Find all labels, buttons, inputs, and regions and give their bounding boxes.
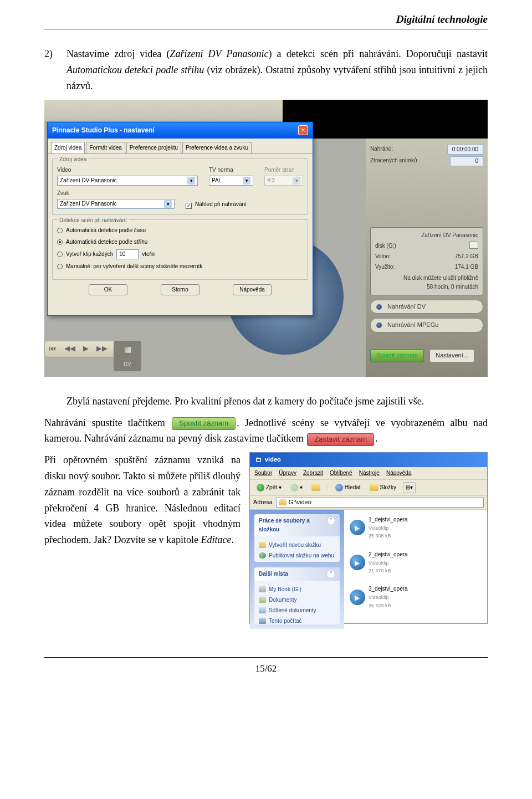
file-item[interactable]: 2_dejstvi_opera Videoklip 21 670 kB bbox=[350, 550, 411, 575]
item-text: Nastavíme zdroj videa (Zařízení DV Panas… bbox=[66, 46, 488, 94]
folder-icon[interactable] bbox=[469, 242, 478, 249]
start-record-button[interactable]: Spustit záznam bbox=[370, 349, 424, 362]
label: Využito: bbox=[375, 263, 395, 272]
preview-checkbox[interactable] bbox=[186, 203, 192, 209]
capture-side-panel: Nahráno:0:00:00.00 Ztracených snímků0 Za… bbox=[366, 139, 488, 377]
file-type: Videoklip bbox=[369, 559, 408, 567]
place-item[interactable]: My Book (G:) bbox=[259, 585, 335, 594]
legend: Zdroj videa bbox=[57, 155, 89, 164]
cancel-button[interactable]: Storno bbox=[161, 284, 200, 295]
back-button[interactable]: Zpět ▾ bbox=[254, 483, 284, 493]
tab-project-prefs[interactable]: Preference projektu bbox=[126, 142, 181, 153]
window-title: 🗀video bbox=[250, 453, 487, 467]
up-button[interactable] bbox=[309, 483, 323, 491]
folder-icon bbox=[259, 542, 266, 548]
dialog-title-text: Pinnacle Studio Plus - nastavení bbox=[52, 125, 155, 136]
menu-view[interactable]: Zobrazit bbox=[303, 469, 323, 478]
radio-manual[interactable] bbox=[57, 264, 63, 269]
task-item[interactable]: Publikovat složku na webu bbox=[259, 551, 335, 560]
tab-format[interactable]: Formát videa bbox=[86, 142, 125, 153]
ratio-label: Poměr stran bbox=[264, 166, 303, 175]
file-type: Videoklip bbox=[369, 593, 408, 601]
fieldset-source: Zdroj videa Video Zařízení DV Panasonic▾… bbox=[52, 158, 308, 215]
label: Vytvoř klip každých bbox=[66, 250, 113, 259]
label: Nahrávání DV bbox=[387, 302, 426, 312]
capture-mode-dv[interactable]: Nahrávání DV bbox=[370, 300, 483, 314]
task-panel-header[interactable]: Další místa˄ bbox=[254, 567, 340, 581]
shared-docs-icon bbox=[259, 607, 266, 613]
ratio-dropdown: 4:3▾ bbox=[264, 176, 303, 186]
file-item[interactable]: 1_dejstvi_opera Videoklip 25 306 kB bbox=[350, 515, 411, 540]
help-button[interactable]: Nápověda bbox=[233, 284, 272, 295]
back-icon bbox=[257, 484, 264, 491]
free-value: 757.2 GB bbox=[455, 252, 478, 261]
prev-icon[interactable]: ⏮ bbox=[49, 343, 56, 355]
folder-icon bbox=[370, 484, 378, 491]
folders-button[interactable]: Složky bbox=[367, 483, 398, 493]
radio-cut[interactable] bbox=[57, 239, 63, 245]
value: Zařízení DV Panasonic bbox=[60, 176, 117, 185]
address-field[interactable]: G:\video bbox=[276, 498, 484, 508]
label: Práce se soubory a složkou bbox=[259, 516, 327, 534]
dialog-titlebar: Pinnacle Studio Plus - nastavení × bbox=[48, 122, 313, 139]
task-pane: Práce se soubory a složkou˄ Vytvořit nov… bbox=[250, 510, 344, 629]
radio-time[interactable] bbox=[57, 228, 63, 233]
page-footer: 15/62 bbox=[44, 657, 488, 676]
file-size: 26 623 kB bbox=[369, 602, 408, 610]
used-value: 174.1 GB bbox=[455, 263, 478, 272]
tab-av-prefs[interactable]: Preference videa a zvuku bbox=[182, 142, 252, 153]
menu-help[interactable]: Nápověda bbox=[386, 469, 412, 478]
interval-input[interactable]: 10 bbox=[116, 249, 139, 259]
tab-source[interactable]: Zdroj videa bbox=[51, 142, 85, 153]
dialog-tabs: Zdroj videa Formát videa Preference proj… bbox=[48, 139, 313, 154]
fieldset-scene-detect: Detekce scén při nahrávání Automatická d… bbox=[52, 219, 308, 280]
forward-icon[interactable]: ▶▶ bbox=[96, 343, 108, 355]
value: 4:3 bbox=[267, 176, 275, 185]
task-panel-header[interactable]: Práce se soubory a složkou˄ bbox=[254, 514, 340, 536]
video-dropdown[interactable]: Zařízení DV Panasonic▾ bbox=[57, 176, 198, 186]
settings-button[interactable]: Nastavení... bbox=[429, 349, 474, 362]
capture-mode-mpeg[interactable]: Nahrávání MPEGu bbox=[370, 318, 483, 332]
task-item[interactable]: Vytvořit novou složku bbox=[259, 541, 335, 550]
note: 58 hodin, 0 minutách bbox=[375, 283, 478, 291]
views-button[interactable]: ⊞▾ bbox=[403, 482, 416, 493]
rewind-icon[interactable]: ◀◀ bbox=[64, 343, 75, 355]
radio-interval[interactable] bbox=[57, 252, 63, 257]
menu-favorites[interactable]: Oblíbené bbox=[330, 469, 352, 478]
place-item[interactable]: Tento počítač bbox=[259, 617, 335, 624]
tv-dropdown[interactable]: PAL▾ bbox=[209, 176, 253, 186]
address-value: G:\video bbox=[289, 498, 311, 508]
address-label: Adresa bbox=[253, 498, 273, 508]
file-name: 1_dejstvi_opera bbox=[369, 515, 408, 524]
file-item[interactable]: 3_dejstvi_opera Videoklip 26 623 kB bbox=[350, 585, 411, 610]
bullet-icon bbox=[376, 304, 382, 310]
search-icon bbox=[335, 484, 343, 491]
menu-file[interactable]: Soubor bbox=[254, 469, 272, 478]
file-size: 21 670 kB bbox=[369, 567, 408, 575]
item-number: 2) bbox=[44, 46, 66, 94]
label: Složky bbox=[380, 483, 396, 492]
file-name: 3_dejstvi_opera bbox=[369, 585, 408, 593]
file-type: Videoklip bbox=[369, 524, 408, 532]
preview-area bbox=[283, 100, 488, 139]
time-value: 0:00:00.00 bbox=[447, 145, 483, 155]
ok-button[interactable]: OK bbox=[89, 284, 127, 295]
place-item[interactable]: Dokumenty bbox=[259, 596, 335, 605]
settings-dialog: Pinnacle Studio Plus - nastavení × Zdroj… bbox=[47, 122, 313, 316]
label: Nahráno: bbox=[370, 145, 393, 155]
place-item[interactable]: Sdílené dokumenty bbox=[259, 606, 335, 615]
search-button[interactable]: Hledat bbox=[333, 483, 363, 493]
chevron-up-icon: ˄ bbox=[327, 516, 335, 525]
start-button-inline: Spustit záznam bbox=[172, 417, 236, 430]
menu-bar: Soubor Úpravy Zobrazit Oblíbené Nástroje… bbox=[250, 467, 487, 480]
label: Volno: bbox=[375, 252, 391, 261]
menu-edit[interactable]: Úpravy bbox=[279, 469, 296, 478]
video-file-icon bbox=[350, 520, 365, 535]
file-size: 25 306 kB bbox=[369, 532, 408, 540]
file-list: 1_dejstvi_opera Videoklip 25 306 kB 2_de… bbox=[344, 510, 487, 629]
computer-icon bbox=[259, 618, 266, 624]
close-icon[interactable]: × bbox=[298, 125, 308, 135]
menu-tools[interactable]: Nástroje bbox=[359, 469, 380, 478]
play-icon[interactable]: ▶ bbox=[83, 343, 89, 355]
audio-dropdown[interactable]: Zařízení DV Panasonic▾ bbox=[57, 199, 175, 209]
